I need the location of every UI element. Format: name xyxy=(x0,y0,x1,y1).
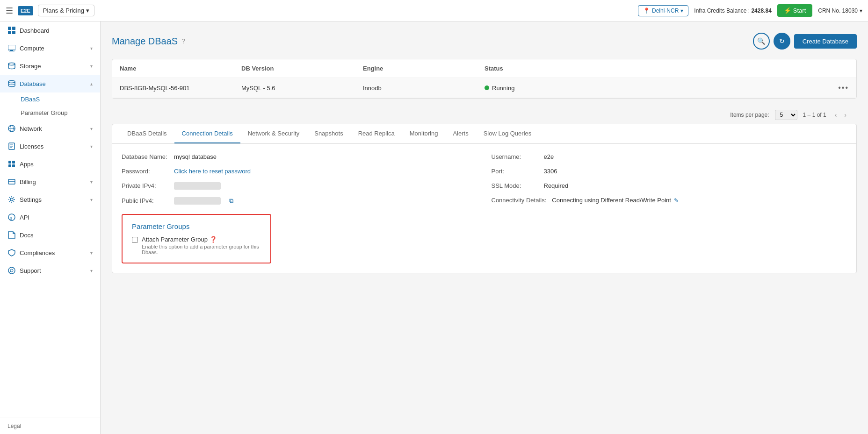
db-name-row: Database Name: mysql database xyxy=(122,153,477,160)
sidebar-label: Database xyxy=(20,80,46,87)
sidebar: Dashboard Compute ▾ Storage ▾ Database ▴… xyxy=(0,21,101,434)
tab-snapshots[interactable]: Snapshots xyxy=(307,124,350,143)
sidebar-db-submenu: DBaaS Parameter Group xyxy=(0,92,100,120)
tab-connection-details[interactable]: Connection Details xyxy=(174,124,240,143)
storage-icon xyxy=(7,62,16,70)
refresh-button[interactable]: ↻ xyxy=(774,33,790,50)
sidebar-label: Licenses xyxy=(20,143,43,150)
credits-balance: Infra Credits Balance : 2428.84 xyxy=(694,7,771,14)
svg-point-8 xyxy=(8,81,15,83)
sidebar-item-apps[interactable]: Apps xyxy=(0,155,100,173)
prev-page-button[interactable]: ‹ xyxy=(832,110,840,120)
sidebar-item-support[interactable]: Support ▾ xyxy=(0,262,100,279)
sidebar-item-api[interactable]: {} API xyxy=(0,208,100,226)
sidebar-item-param-group[interactable]: Parameter Group xyxy=(21,106,100,120)
page-title: Manage DBaaS xyxy=(112,36,178,47)
sidebar-item-docs[interactable]: Docs xyxy=(0,226,100,244)
username-label: Username: xyxy=(492,153,538,160)
reset-password-link[interactable]: Click here to reset password xyxy=(174,168,251,175)
sidebar-label: Billing xyxy=(20,178,36,185)
pagination-range: 1 – 1 of 1 xyxy=(803,112,826,118)
chevron-icon: ▾ xyxy=(90,179,93,185)
table-row[interactable]: DBS-8GB-MySQL-56-901 MySQL - 5.6 Innodb … xyxy=(112,78,856,98)
svg-point-22 xyxy=(10,198,13,201)
connection-details-content: Database Name: mysql database Password: … xyxy=(112,144,856,273)
svg-rect-16 xyxy=(8,161,11,164)
connectivity-value: Connecting using Different Read/Write Po… xyxy=(552,197,679,204)
apps-icon xyxy=(7,160,16,168)
sidebar-item-dbaas[interactable]: DBaaS xyxy=(21,92,100,106)
next-page-button[interactable]: › xyxy=(841,110,849,120)
database-table: Name DB Version Engine Status DBS-8GB-My… xyxy=(112,59,857,99)
svg-text:{}: {} xyxy=(10,216,12,220)
crn-info[interactable]: CRN No. 18030 ▾ xyxy=(818,7,862,14)
tab-monitoring[interactable]: Monitoring xyxy=(402,124,446,143)
copy-icon[interactable]: ⧉ xyxy=(229,197,233,205)
sidebar-item-storage[interactable]: Storage ▾ xyxy=(0,57,100,75)
sidebar-item-compliances[interactable]: Compliances ▾ xyxy=(0,244,100,262)
public-ipv4-label: Public IPv4: xyxy=(122,197,168,204)
topbar-left: ☰ E2E Plans & Pricing ▾ xyxy=(6,5,633,16)
table-header: Name DB Version Engine Status xyxy=(112,59,856,78)
db-name: DBS-8GB-MySQL-56-901 xyxy=(120,85,241,92)
compute-icon xyxy=(7,44,16,52)
sidebar-item-network[interactable]: Network ▾ xyxy=(0,120,100,137)
private-ipv4-value xyxy=(174,182,221,190)
tab-network-security[interactable]: Network & Security xyxy=(240,124,307,143)
tab-alerts[interactable]: Alerts xyxy=(445,124,476,143)
hamburger-icon[interactable]: ☰ xyxy=(6,6,13,16)
connectivity-row: Connectivity Details: Connecting using D… xyxy=(492,197,847,204)
col-name: Name xyxy=(120,65,241,72)
tab-slow-log[interactable]: Slow Log Queries xyxy=(476,124,539,143)
help-icon[interactable]: ? xyxy=(181,37,185,45)
col-engine: Engine xyxy=(363,65,485,72)
public-ipv4-row: Public IPv4: ⧉ xyxy=(122,197,477,205)
docs-icon xyxy=(7,231,16,239)
create-database-button[interactable]: Create Database xyxy=(794,34,857,49)
pagination-bar: Items per page: 5 10 20 1 – 1 of 1 ‹ › xyxy=(112,106,857,124)
plans-pricing-dropdown[interactable]: Plans & Pricing ▾ xyxy=(38,5,94,16)
attach-param-group-checkbox[interactable] xyxy=(132,237,138,243)
sidebar-item-licenses[interactable]: Licenses ▾ xyxy=(0,137,100,155)
per-page-select[interactable]: 5 10 20 xyxy=(775,110,797,120)
search-icon: 🔍 xyxy=(757,37,765,45)
left-details: Database Name: mysql database Password: … xyxy=(122,153,477,205)
sidebar-item-compute[interactable]: Compute ▾ xyxy=(0,39,100,57)
page-header: Manage DBaaS ? 🔍 ↻ Create Database xyxy=(112,33,857,50)
more-options-button[interactable]: ••• xyxy=(838,84,849,92)
ssl-mode-row: SSL Mode: Required xyxy=(492,182,847,189)
sidebar-item-database[interactable]: Database ▴ xyxy=(0,75,100,92)
logo: E2E xyxy=(18,6,33,15)
page-title-area: Manage DBaaS ? xyxy=(112,36,185,47)
dashboard-icon xyxy=(7,26,16,35)
chevron-icon: ▾ xyxy=(90,64,93,69)
sidebar-label: Apps xyxy=(20,161,34,168)
chevron-up-icon: ▴ xyxy=(90,81,93,86)
chevron-icon: ▾ xyxy=(90,144,93,149)
param-help-icon[interactable]: ❓ xyxy=(210,236,217,243)
settings-icon xyxy=(7,195,16,204)
billing-icon xyxy=(7,178,16,186)
port-label: Port: xyxy=(492,168,538,175)
svg-point-27 xyxy=(10,269,13,272)
port-row: Port: 3306 xyxy=(492,168,847,175)
edit-icon[interactable]: ✎ xyxy=(674,197,679,204)
param-label-area: Attach Parameter Group ❓ Enable this opt… xyxy=(142,236,261,255)
search-button[interactable]: 🔍 xyxy=(753,33,770,50)
svg-point-7 xyxy=(8,63,15,65)
chevron-icon: ▾ xyxy=(90,46,93,51)
start-button[interactable]: ⚡ Start xyxy=(777,4,812,17)
sidebar-legal[interactable]: Legal xyxy=(0,418,100,434)
ssl-mode-value: Required xyxy=(544,182,569,189)
tab-read-replica[interactable]: Read Replica xyxy=(351,124,402,143)
sidebar-item-billing[interactable]: Billing ▾ xyxy=(0,173,100,191)
password-label: Password: xyxy=(122,168,168,175)
public-ipv4-value xyxy=(174,197,221,205)
sidebar-item-settings[interactable]: Settings ▾ xyxy=(0,191,100,208)
detail-tabs: DBaaS Details Connection Details Network… xyxy=(112,124,856,144)
svg-rect-4 xyxy=(8,45,15,50)
tab-dbaas-details[interactable]: DBaaS Details xyxy=(120,124,174,143)
sidebar-item-dashboard[interactable]: Dashboard xyxy=(0,21,100,39)
svg-rect-19 xyxy=(12,164,15,167)
region-button[interactable]: 📍 Delhi-NCR ▾ xyxy=(638,5,688,16)
